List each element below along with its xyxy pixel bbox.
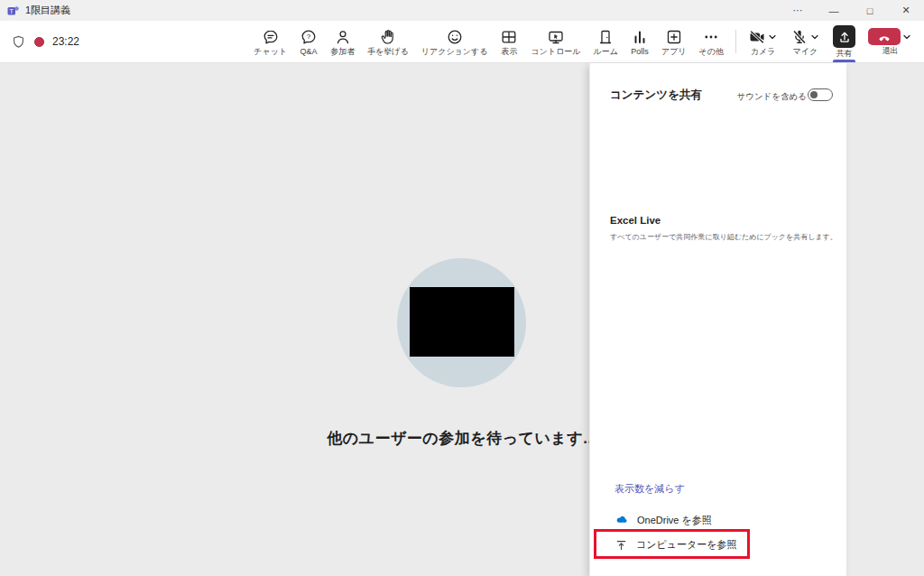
meeting-timer: 23:22 [52,35,79,48]
leave-phone-icon [868,28,901,45]
teams-logo-icon: T [7,5,20,17]
share-panel-title: コンテンツを共有 [610,88,702,103]
share-label: 共有 [836,50,853,58]
apps-button[interactable]: アプリ [655,21,693,62]
apps-plus-icon [665,28,683,46]
participants-label: 参加者 [330,48,355,56]
toggle-knob [810,91,818,98]
view-label: 表示 [501,48,517,56]
toolbar-divider [735,30,736,53]
shield-icon [11,34,26,50]
meeting-status: 23:22 [5,34,79,50]
more-ellipsis-icon [702,28,720,46]
polls-label: Polls [631,48,649,56]
chat-icon [262,28,280,46]
browse-onedrive-label: OneDrive を参照 [637,514,712,527]
view-grid-icon [500,28,518,46]
svg-text:T: T [10,7,14,14]
control-monitor-icon [547,28,565,46]
qa-label: Q&A [300,48,318,56]
camera-chevron-icon[interactable] [767,32,778,42]
raise-hand-button[interactable]: 手を挙げる [361,21,415,62]
reaction-smiley-icon [446,28,464,46]
more-label: その他 [699,48,724,56]
participants-icon [334,28,352,46]
raise-hand-icon [379,28,397,46]
rooms-label: ルーム [594,48,618,56]
participants-button[interactable]: 参加者 [324,21,361,62]
camera-label: カメラ [751,48,776,56]
qa-button[interactable]: ? Q&A [293,21,324,62]
leave-button[interactable]: 退出 [862,21,919,62]
mic-chevron-icon[interactable] [809,32,820,42]
share-content-panel: コンテンツを共有 サウンドを含める Excel Live すべてのユーザーで共同… [589,63,846,576]
share-button[interactable]: 共有 [827,21,862,62]
window-controls: ⋯ — □ ✕ [780,0,924,21]
excel-live-description: すべてのユーザーで共同作業に取り組むためにブックを共有します。 [610,232,837,242]
mic-muted-icon [790,28,808,46]
control-button[interactable]: コントロール [524,21,587,62]
include-sound-toggle[interactable] [808,88,833,101]
camera-button[interactable]: カメラ [742,21,784,62]
more-button[interactable]: その他 [693,21,730,62]
raise-hand-label: 手を挙げる [367,48,409,56]
include-sound-label: サウンドを含める [736,91,807,103]
share-selected-indicator [833,60,855,62]
polls-bar-chart-icon [631,28,649,46]
avatar-name-redaction [410,287,514,357]
chat-button[interactable]: チャット [247,21,293,62]
camera-off-icon [748,28,766,46]
window-maximize-button[interactable]: □ [852,0,888,21]
qa-icon: ? [300,28,318,46]
apps-label: アプリ [661,48,687,56]
mic-label: マイク [793,48,818,56]
reaction-label: リアクションする [421,48,488,56]
rooms-door-icon [596,28,614,46]
leave-chevron-icon[interactable] [901,32,912,42]
mic-button[interactable]: マイク [784,21,827,62]
browse-computer-button[interactable]: コンピューターを参照 [614,538,737,552]
show-less-link[interactable]: 表示数を減らす [614,482,685,496]
titlebar: T 1限目講義 ⋯ — □ ✕ [0,0,924,21]
control-label: コントロール [531,48,580,56]
share-arrow-icon [833,25,855,48]
onedrive-cloud-icon [614,513,629,527]
upload-from-computer-icon [614,538,628,552]
window-close-button[interactable]: ✕ [888,0,924,21]
rooms-button[interactable]: ルーム [587,21,624,62]
reaction-button[interactable]: リアクションする [415,21,494,62]
view-button[interactable]: 表示 [494,21,524,62]
window-minimize-button[interactable]: — [816,0,852,21]
window-more-button[interactable]: ⋯ [780,0,816,21]
browse-computer-label: コンピューターを参照 [636,538,737,552]
excel-live-card[interactable]: Excel Live [610,215,661,226]
browse-onedrive-button[interactable]: OneDrive を参照 [614,513,712,527]
chat-label: チャット [254,48,287,56]
svg-text:?: ? [307,32,311,40]
leave-label: 退出 [882,47,899,55]
toolbar-buttons: チャット ? Q&A 参加者 [247,21,919,62]
window-title: 1限目講義 [25,4,70,17]
meeting-toolbar: 23:22 チャット ? Q&A [0,21,924,63]
polls-button[interactable]: Polls [624,21,655,62]
recording-indicator-icon [34,37,44,47]
